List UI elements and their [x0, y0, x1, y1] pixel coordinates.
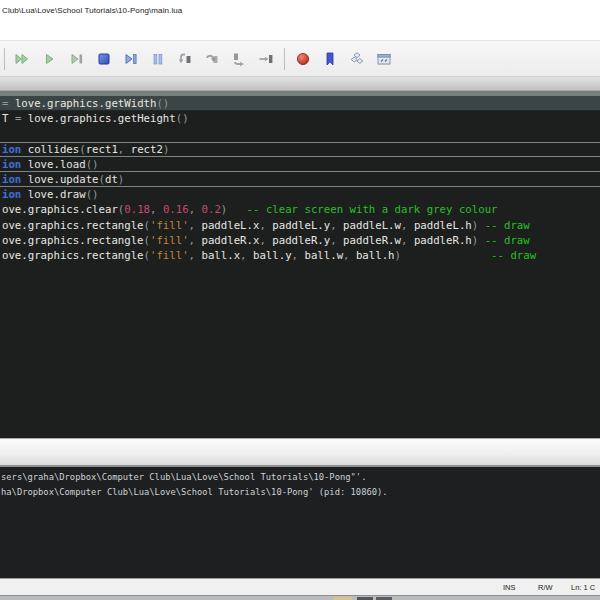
status-file-access: R/W — [538, 583, 553, 592]
run-to-cursor-button[interactable] — [68, 50, 86, 68]
output-console[interactable]: sers\graha\Dropbox\Computer Club\Lua\Lov… — [0, 467, 600, 578]
toolbar-separator — [4, 48, 5, 70]
stack-window-icon — [348, 50, 366, 68]
step-out-icon — [230, 50, 248, 68]
stack-window-button[interactable] — [348, 50, 366, 68]
code-line[interactable]: = love.graphics.getWidth() — [0, 96, 600, 111]
stop-icon — [95, 50, 113, 68]
step-over-button[interactable] — [203, 50, 221, 68]
stop-button[interactable] — [95, 50, 113, 68]
taskbar-edge[interactable] — [0, 595, 600, 600]
code-lines: = love.graphics.getWidth()T = love.graph… — [0, 96, 600, 263]
window-title-path: Club\Lua\Love\School Tutorials\10-Pong\m… — [2, 6, 182, 15]
status-bar: INS R/W Ln: 1 C — [0, 578, 600, 595]
step-over-icon — [203, 50, 221, 68]
bookmark-button[interactable] — [321, 50, 339, 68]
watch-window-icon — [375, 50, 393, 68]
console-line: sers\graha\Dropbox\Computer Club\Lua\Lov… — [0, 471, 600, 486]
ide-window: Club\Lua\Love\School Tutorials\10-Pong\m… — [0, 0, 600, 600]
status-insert-mode: INS — [503, 583, 516, 592]
step-icon — [122, 50, 140, 68]
step-button[interactable] — [122, 50, 140, 68]
step-out-button[interactable] — [230, 50, 248, 68]
code-line[interactable]: ion love.update(dt) — [0, 172, 600, 187]
run-icon — [14, 50, 32, 68]
code-line[interactable] — [0, 126, 600, 141]
code-line[interactable]: ove.graphics.rectangle('fill', paddleR.x… — [0, 233, 600, 248]
toolbar-shadow-strip — [0, 77, 600, 91]
breakpoint-button[interactable] — [294, 50, 312, 68]
run-to-cursor-icon — [68, 50, 86, 68]
watch-window-button[interactable] — [375, 50, 393, 68]
pane-splitter[interactable] — [0, 438, 600, 467]
console-line: ha\Dropbox\Computer Club\Lua\Love\School… — [0, 486, 600, 501]
bookmark-icon — [321, 50, 339, 68]
run-to-line-icon — [257, 50, 275, 68]
code-line[interactable]: T = love.graphics.getHeight() — [0, 111, 600, 126]
run-button[interactable] — [14, 50, 32, 68]
step-into-button[interactable] — [176, 50, 194, 68]
debug-toolbar — [0, 40, 600, 77]
breakpoint-icon — [294, 50, 312, 68]
run-to-line-button[interactable] — [257, 50, 275, 68]
code-line[interactable]: ion love.draw() — [0, 187, 600, 202]
continue-icon — [41, 50, 59, 68]
code-line[interactable]: ove.graphics.rectangle('fill', ball.x, b… — [0, 248, 600, 263]
title-bar: Club\Lua\Love\School Tutorials\10-Pong\m… — [0, 0, 600, 40]
pause-icon — [149, 50, 167, 68]
code-line[interactable]: ion collides(rect1, rect2) — [0, 142, 600, 157]
code-line[interactable]: ove.graphics.rectangle('fill', paddleL.x… — [0, 218, 600, 233]
step-into-icon — [176, 50, 194, 68]
pause-button[interactable] — [149, 50, 167, 68]
status-caret-info: Ln: 1 C — [571, 583, 595, 592]
continue-button[interactable] — [41, 50, 59, 68]
code-line[interactable]: ove.graphics.clear(0.18, 0.16, 0.2) -- c… — [0, 202, 600, 217]
toolbar-separator — [284, 48, 285, 70]
code-editor[interactable]: = love.graphics.getWidth()T = love.graph… — [0, 91, 600, 438]
code-line[interactable]: ion love.load() — [0, 157, 600, 172]
